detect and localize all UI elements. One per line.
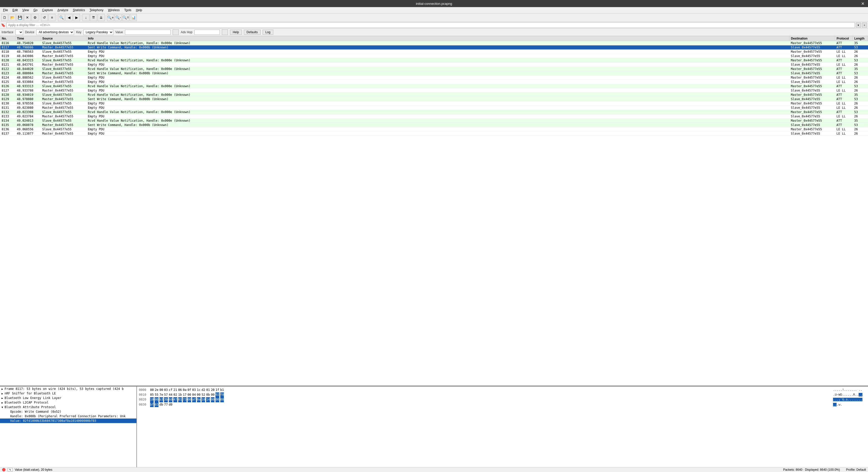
detail-pane[interactable]: ▶Frame 8117: 53 bytes on wire (424 bits)…: [0, 386, 137, 467]
expand-icon: ▶: [2, 387, 3, 390]
menu-tools[interactable]: Tools: [122, 8, 133, 13]
key-label: Key: [76, 30, 82, 34]
table-row[interactable]: 812048.843315Slave_0x44577e55Rcvd Handle…: [0, 58, 868, 63]
key-select[interactable]: Legacy Passkey: [84, 29, 113, 35]
col-destination[interactable]: Destination: [789, 36, 835, 41]
hex-row: 000000 2e 00 03 cf 21 06 0a 0f 03 1c d2 …: [139, 387, 866, 392]
detail-item-frame[interactable]: ▶Frame 8117: 53 bytes on wire (424 bits)…: [0, 386, 136, 391]
table-row[interactable]: 812448.888562Slave_0x44577e55Empty PDUMa…: [0, 75, 868, 80]
col-no[interactable]: No.: [0, 36, 16, 41]
detail-item-att[interactable]: ▼Bluetooth Attribute Protocol: [0, 405, 136, 409]
toolbar-close[interactable]: ✕: [24, 14, 31, 21]
menu-view[interactable]: View: [20, 8, 31, 13]
adv-hop-toggle2[interactable]: [222, 29, 228, 35]
adv-hop-toggle[interactable]: [173, 29, 179, 35]
capture-status-dot: [2, 468, 6, 471]
detail-item-nrf[interactable]: ▶nRF Sniffer for Bluetooth LE: [0, 391, 136, 396]
detail-item-value[interactable]: Value: 02fd1000b33b6047017300af0a1014000…: [0, 418, 136, 423]
cell-source: Master_0x44577e55: [41, 106, 87, 110]
edit-status-icon[interactable]: ✎: [8, 468, 13, 471]
table-row[interactable]: 812148.843791Master_0x44577e55Empty PDUS…: [0, 63, 868, 67]
table-row[interactable]: 813048.978558Slave_0x44577e55Empty PDUMa…: [0, 101, 868, 106]
table-row[interactable]: 812648.933313Slave_0x44577e55Rcvd Handle…: [0, 84, 868, 89]
toolbar-resize[interactable]: 📊: [130, 14, 137, 21]
close-button[interactable]: ✕: [860, 1, 866, 7]
table-row[interactable]: 813249.023308Slave_0x44577e55Rcvd Handle…: [0, 110, 868, 114]
toolbar-save[interactable]: 💾: [16, 14, 23, 21]
cell-length: 26: [853, 101, 868, 106]
detail-item-l2cap[interactable]: ▶Bluetooth L2CAP Protocol: [0, 400, 136, 405]
hex-pane[interactable]: 000000 2e 00 03 cf 21 06 0a 0f 03 1c d2 …: [137, 386, 868, 467]
toolbar-find[interactable]: 🔍: [58, 14, 65, 21]
toolbar-zoom-in[interactable]: 🔍+: [107, 14, 114, 21]
adv-hop-input[interactable]: [194, 30, 220, 35]
cell-no: 8118: [0, 50, 16, 54]
filter-input[interactable]: [6, 22, 855, 28]
col-time[interactable]: Time: [16, 36, 41, 41]
col-length[interactable]: Length: [853, 36, 868, 41]
col-info[interactable]: Info: [87, 36, 789, 41]
value-input[interactable]: [125, 30, 170, 35]
menu-go[interactable]: Go: [31, 8, 39, 13]
table-row[interactable]: 813149.023080Master_0x44577e55Empty PDUS…: [0, 106, 868, 110]
toolbar-zoom-out[interactable]: 🔍-: [115, 14, 122, 21]
toolbar-refresh[interactable]: ↺: [41, 14, 48, 21]
table-row[interactable]: 813449.024013Slave_0x44577e55Rcvd Handle…: [0, 119, 868, 123]
toolbar-zoom-reset[interactable]: 🔍=: [122, 14, 129, 21]
menu-statistics[interactable]: Statistics: [71, 8, 87, 13]
menu-wireless[interactable]: Wireless: [106, 8, 122, 13]
toolbar-first[interactable]: ⇈: [90, 14, 97, 21]
table-row[interactable]: 811748.798086Master_0x44577e55Sent Write…: [0, 45, 868, 50]
help-button[interactable]: Help: [230, 30, 242, 35]
cell-length: 53: [853, 97, 868, 101]
menu-analyze[interactable]: Analyze: [56, 8, 70, 13]
table-row[interactable]: 812748.933788Master_0x44577e55Empty PDUS…: [0, 89, 868, 93]
filter-add-icon[interactable]: +: [862, 23, 867, 28]
device-select[interactable]: All advertising devices: [36, 29, 74, 35]
table-row[interactable]: 812948.978080Master_0x44577e55Sent Write…: [0, 97, 868, 101]
col-source[interactable]: Source: [41, 36, 87, 41]
toolbar-back[interactable]: ◀: [65, 14, 72, 21]
toolbar-new[interactable]: 🗋: [1, 14, 8, 21]
defaults-button[interactable]: Defaults: [244, 30, 260, 35]
hex-byte: 00: [155, 397, 158, 402]
table-row[interactable]: 812848.934019Slave_0x44577e55Rcvd Handle…: [0, 93, 868, 97]
hex-byte: 1b: [178, 392, 182, 397]
log-button[interactable]: Log: [262, 30, 273, 35]
cell-destination: Master_0x44577e55: [789, 58, 835, 63]
cell-info: Rcvd Handle Value Notification, Handle: …: [87, 58, 789, 63]
detail-item-btle[interactable]: ▶Bluetooth Low Energy Link Layer: [0, 396, 136, 400]
toolbar-open[interactable]: 📂: [9, 14, 16, 21]
hex-byte: 00: [197, 392, 200, 397]
cell-length: 35: [853, 93, 868, 97]
menu-file[interactable]: File: [1, 8, 10, 13]
detail-item-opcode[interactable]: Opcode: Write Command (0x52): [0, 409, 136, 414]
interface-select[interactable]: [16, 29, 23, 35]
menu-edit[interactable]: Edit: [10, 8, 20, 13]
cell-no: 8126: [0, 84, 16, 89]
table-row[interactable]: 811648.754020Slave_0x44577e55Rcvd Handle…: [0, 41, 868, 45]
table-row[interactable]: 811948.843086Master_0x44577e55Empty PDUS…: [0, 54, 868, 58]
table-row[interactable]: 812248.844020Slave_0x44577e55Rcvd Handle…: [0, 67, 868, 71]
table-row[interactable]: 811848.798563Slave_0x44577e55Empty PDUMa…: [0, 50, 868, 54]
toolbar-go-to[interactable]: ↓: [83, 14, 90, 21]
table-row[interactable]: 813549.068078Master_0x44577e55Sent Write…: [0, 123, 868, 127]
menu-help[interactable]: Help: [134, 8, 144, 13]
packet-list-container[interactable]: No. Time Source Info Destination Protoco…: [0, 36, 868, 386]
toolbar-forward[interactable]: ▶: [73, 14, 80, 21]
filter-dropdown-icon[interactable]: ▾: [856, 23, 861, 28]
cell-source: Slave_0x44577e55: [41, 50, 87, 54]
menu-capture[interactable]: Capture: [40, 8, 55, 13]
hex-bytes: bf 03 db 77 d0: [150, 402, 831, 407]
toolbar-options[interactable]: ⚙: [31, 14, 38, 21]
table-row[interactable]: 812548.933084Master_0x44577e55Empty PDUS…: [0, 80, 868, 84]
toolbar-autoscroll[interactable]: ≡: [49, 14, 56, 21]
table-row[interactable]: 812348.888084Master_0x44577e55Sent Write…: [0, 71, 868, 75]
table-row[interactable]: 813749.113077Master_0x44577e55Empty PDUS…: [0, 132, 868, 136]
col-protocol[interactable]: Protocol: [835, 36, 853, 41]
toolbar-last[interactable]: ⇊: [98, 14, 105, 21]
detail-item-handle[interactable]: Handle: 0x000b (Peripheral Preferred Con…: [0, 414, 136, 418]
table-row[interactable]: 813349.023784Master_0x44577e55Empty PDUS…: [0, 114, 868, 119]
table-row[interactable]: 813649.068556Slave_0x44577e55Empty PDUMa…: [0, 127, 868, 132]
menu-telephony[interactable]: Telephony: [88, 8, 105, 13]
